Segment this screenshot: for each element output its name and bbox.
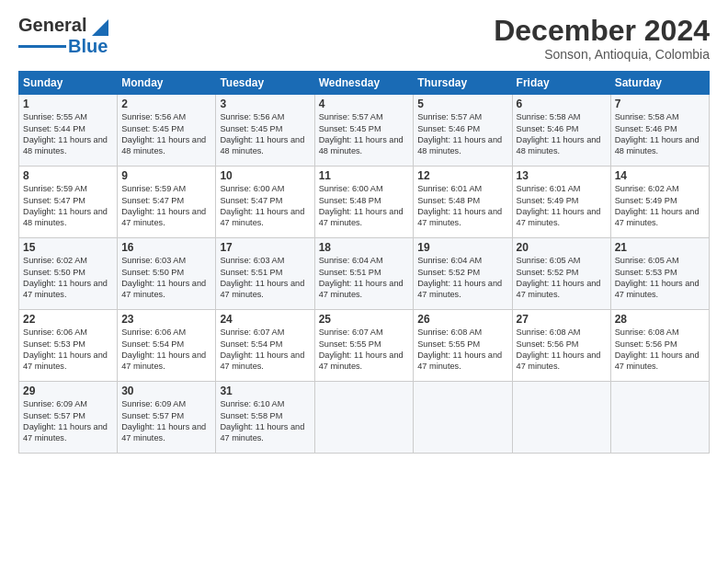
cell-info: Sunrise: 5:56 AMSunset: 5:45 PMDaylight:…	[220, 112, 304, 155]
calendar-cell: 8Sunrise: 5:59 AMSunset: 5:47 PMDaylight…	[19, 167, 118, 238]
calendar-day-header: Friday	[512, 72, 610, 95]
calendar-cell: 28Sunrise: 6:08 AMSunset: 5:56 PMDayligh…	[610, 310, 709, 382]
cell-info: Sunrise: 6:07 AMSunset: 5:55 PMDaylight:…	[319, 327, 404, 371]
cell-info: Sunrise: 6:06 AMSunset: 5:54 PMDaylight:…	[121, 327, 206, 371]
calendar-cell: 7Sunrise: 5:58 AMSunset: 5:46 PMDaylight…	[610, 95, 709, 167]
day-number: 24	[220, 313, 310, 326]
calendar-cell: 5Sunrise: 5:57 AMSunset: 5:46 PMDaylight…	[414, 95, 512, 167]
day-number: 4	[319, 98, 410, 110]
day-number: 7	[615, 98, 705, 110]
calendar-cell: 31Sunrise: 6:10 AMSunset: 5:58 PMDayligh…	[216, 382, 314, 454]
calendar-cell: 10Sunrise: 6:00 AMSunset: 5:47 PMDayligh…	[216, 167, 314, 238]
cell-info: Sunrise: 6:05 AMSunset: 5:52 PMDaylight:…	[517, 256, 601, 299]
svg-marker-0	[92, 19, 108, 36]
calendar-cell: 11Sunrise: 6:00 AMSunset: 5:48 PMDayligh…	[314, 167, 414, 238]
day-number: 15	[23, 241, 113, 254]
cell-info: Sunrise: 5:57 AMSunset: 5:45 PMDaylight:…	[319, 112, 404, 155]
calendar-cell: 24Sunrise: 6:07 AMSunset: 5:54 PMDayligh…	[216, 310, 314, 382]
calendar-cell	[512, 382, 610, 454]
cell-info: Sunrise: 6:08 AMSunset: 5:55 PMDaylight:…	[417, 327, 502, 371]
calendar-cell	[610, 382, 709, 454]
calendar-cell: 23Sunrise: 6:06 AMSunset: 5:54 PMDayligh…	[118, 310, 216, 382]
calendar-cell: 16Sunrise: 6:03 AMSunset: 5:50 PMDayligh…	[118, 238, 216, 310]
page: General Blue December 2024 Sonson, Antio…	[0, 0, 728, 563]
cell-info: Sunrise: 6:05 AMSunset: 5:53 PMDaylight:…	[615, 256, 700, 299]
calendar-cell: 26Sunrise: 6:08 AMSunset: 5:55 PMDayligh…	[414, 310, 512, 382]
day-number: 29	[23, 385, 113, 397]
day-number: 14	[615, 169, 705, 182]
day-number: 26	[417, 313, 507, 326]
month-title: December 2024	[494, 15, 710, 47]
calendar-cell	[314, 382, 414, 454]
calendar-cell: 22Sunrise: 6:06 AMSunset: 5:53 PMDayligh…	[19, 310, 118, 382]
day-number: 2	[121, 98, 211, 110]
calendar-table: SundayMondayTuesdayWednesdayThursdayFrid…	[18, 71, 710, 454]
calendar-day-header: Sunday	[19, 72, 118, 95]
cell-info: Sunrise: 6:08 AMSunset: 5:56 PMDaylight:…	[517, 327, 601, 371]
day-number: 6	[517, 98, 607, 110]
calendar-cell: 3Sunrise: 5:56 AMSunset: 5:45 PMDaylight…	[216, 95, 314, 167]
cell-info: Sunrise: 5:58 AMSunset: 5:46 PMDaylight:…	[615, 112, 700, 155]
day-number: 30	[121, 385, 211, 397]
cell-info: Sunrise: 5:59 AMSunset: 5:47 PMDaylight:…	[23, 184, 108, 227]
cell-info: Sunrise: 6:01 AMSunset: 5:49 PMDaylight:…	[517, 184, 601, 227]
calendar-cell: 1Sunrise: 5:55 AMSunset: 5:44 PMDaylight…	[19, 95, 118, 167]
logo-blue-text: Blue	[68, 36, 108, 57]
cell-info: Sunrise: 6:09 AMSunset: 5:57 PMDaylight:…	[121, 399, 206, 442]
calendar-day-header: Monday	[118, 72, 216, 95]
cell-info: Sunrise: 5:56 AMSunset: 5:45 PMDaylight:…	[121, 112, 206, 155]
logo-text: General	[18, 15, 86, 35]
cell-info: Sunrise: 6:03 AMSunset: 5:51 PMDaylight:…	[220, 256, 304, 299]
calendar-week-row: 29Sunrise: 6:09 AMSunset: 5:57 PMDayligh…	[19, 382, 710, 454]
subtitle: Sonson, Antioquia, Colombia	[494, 47, 710, 62]
day-number: 25	[319, 313, 410, 326]
calendar-cell: 29Sunrise: 6:09 AMSunset: 5:57 PMDayligh…	[19, 382, 118, 454]
cell-info: Sunrise: 6:04 AMSunset: 5:51 PMDaylight:…	[319, 256, 404, 299]
day-number: 19	[417, 241, 507, 254]
cell-info: Sunrise: 6:03 AMSunset: 5:50 PMDaylight:…	[121, 256, 206, 299]
cell-info: Sunrise: 6:01 AMSunset: 5:48 PMDaylight:…	[417, 184, 502, 227]
calendar-cell: 9Sunrise: 5:59 AMSunset: 5:47 PMDaylight…	[118, 167, 216, 238]
day-number: 20	[517, 241, 607, 254]
day-number: 22	[23, 313, 113, 326]
calendar-cell: 30Sunrise: 6:09 AMSunset: 5:57 PMDayligh…	[118, 382, 216, 454]
calendar-week-row: 22Sunrise: 6:06 AMSunset: 5:53 PMDayligh…	[19, 310, 710, 382]
logo: General Blue	[18, 15, 108, 57]
calendar-day-header: Thursday	[414, 72, 512, 95]
calendar-cell: 19Sunrise: 6:04 AMSunset: 5:52 PMDayligh…	[414, 238, 512, 310]
day-number: 18	[319, 241, 410, 254]
cell-info: Sunrise: 5:55 AMSunset: 5:44 PMDaylight:…	[23, 112, 108, 155]
day-number: 10	[220, 169, 310, 182]
calendar-day-header: Tuesday	[216, 72, 314, 95]
day-number: 28	[615, 313, 705, 326]
calendar-cell	[414, 382, 512, 454]
day-number: 5	[417, 98, 507, 110]
cell-info: Sunrise: 6:09 AMSunset: 5:57 PMDaylight:…	[23, 399, 108, 442]
calendar-week-row: 8Sunrise: 5:59 AMSunset: 5:47 PMDaylight…	[19, 167, 710, 238]
calendar-cell: 12Sunrise: 6:01 AMSunset: 5:48 PMDayligh…	[414, 167, 512, 238]
calendar-cell: 6Sunrise: 5:58 AMSunset: 5:46 PMDaylight…	[512, 95, 610, 167]
calendar-cell: 21Sunrise: 6:05 AMSunset: 5:53 PMDayligh…	[610, 238, 709, 310]
title-area: December 2024 Sonson, Antioquia, Colombi…	[494, 15, 710, 62]
calendar-cell: 18Sunrise: 6:04 AMSunset: 5:51 PMDayligh…	[314, 238, 414, 310]
cell-info: Sunrise: 6:06 AMSunset: 5:53 PMDaylight:…	[23, 327, 108, 371]
cell-info: Sunrise: 6:04 AMSunset: 5:52 PMDaylight:…	[417, 256, 502, 299]
calendar-cell: 2Sunrise: 5:56 AMSunset: 5:45 PMDaylight…	[118, 95, 216, 167]
header: General Blue December 2024 Sonson, Antio…	[18, 15, 710, 62]
calendar-cell: 25Sunrise: 6:07 AMSunset: 5:55 PMDayligh…	[314, 310, 414, 382]
calendar-day-header: Wednesday	[314, 72, 414, 95]
cell-info: Sunrise: 6:07 AMSunset: 5:54 PMDaylight:…	[220, 327, 304, 371]
day-number: 13	[517, 169, 607, 182]
calendar-week-row: 15Sunrise: 6:02 AMSunset: 5:50 PMDayligh…	[19, 238, 710, 310]
day-number: 17	[220, 241, 310, 254]
day-number: 21	[615, 241, 705, 254]
cell-info: Sunrise: 6:00 AMSunset: 5:48 PMDaylight:…	[319, 184, 404, 227]
calendar-cell: 13Sunrise: 6:01 AMSunset: 5:49 PMDayligh…	[512, 167, 610, 238]
day-number: 23	[121, 313, 211, 326]
day-number: 27	[517, 313, 607, 326]
logo-divider	[18, 45, 66, 48]
day-number: 16	[121, 241, 211, 254]
logo-triangle-icon	[92, 19, 108, 36]
cell-info: Sunrise: 6:02 AMSunset: 5:50 PMDaylight:…	[23, 256, 108, 299]
day-number: 8	[23, 169, 113, 182]
